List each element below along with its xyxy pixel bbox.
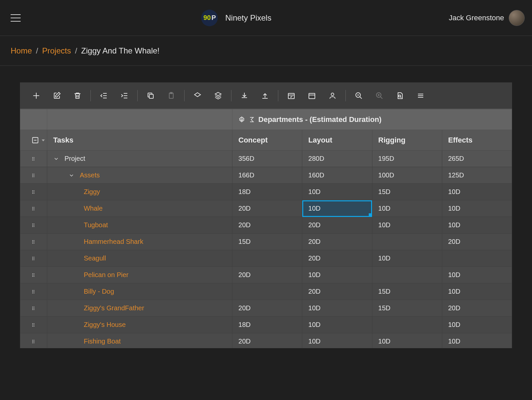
- delete-button[interactable]: [69, 88, 85, 104]
- row-handle[interactable]: ⠿: [20, 184, 47, 200]
- row-handle[interactable]: ⠿: [20, 317, 47, 333]
- task-cell[interactable]: Seagull: [47, 250, 232, 267]
- date-button[interactable]: [283, 88, 299, 104]
- value-cell[interactable]: 20D: [302, 217, 372, 234]
- value-cell[interactable]: 20D: [232, 267, 302, 283]
- user-menu[interactable]: Jack Greenstone: [449, 10, 525, 26]
- value-cell[interactable]: 10D: [442, 317, 512, 333]
- table-scroll[interactable]: Departments - (Estimated Duration) Tasks…: [20, 109, 512, 348]
- task-cell[interactable]: Billy - Dog: [47, 283, 232, 300]
- task-label[interactable]: Billy - Dog: [84, 288, 114, 295]
- indent-button[interactable]: [116, 88, 132, 104]
- value-cell[interactable]: 10D: [302, 333, 372, 349]
- chevron-down-icon[interactable]: [68, 172, 74, 178]
- row-handle[interactable]: ⠿: [20, 217, 47, 234]
- value-cell[interactable]: [372, 317, 442, 333]
- value-cell[interactable]: 160D: [302, 167, 372, 184]
- paste-button[interactable]: [163, 88, 179, 104]
- value-cell[interactable]: 10D: [372, 333, 442, 349]
- value-cell[interactable]: 10D: [302, 317, 372, 333]
- value-cell[interactable]: 10D: [442, 184, 512, 200]
- task-cell[interactable]: Fishing Boat: [47, 333, 232, 349]
- col-effects-header[interactable]: Effects: [442, 130, 512, 150]
- row-handle[interactable]: ⠿: [20, 333, 47, 349]
- value-cell[interactable]: 20D: [232, 300, 302, 317]
- value-cell[interactable]: 15D: [232, 234, 302, 250]
- value-cell[interactable]: 10D: [302, 184, 372, 200]
- value-cell[interactable]: 18D: [232, 317, 302, 333]
- outdent-button[interactable]: [96, 88, 112, 104]
- value-cell[interactable]: 20D: [232, 333, 302, 349]
- value-cell[interactable]: 166D: [232, 167, 302, 184]
- value-cell[interactable]: 10D: [372, 250, 442, 267]
- value-cell[interactable]: [372, 234, 442, 250]
- task-label[interactable]: Tugboat: [84, 221, 108, 229]
- collapse-all-cell[interactable]: [20, 130, 47, 150]
- col-tasks-header[interactable]: Tasks: [47, 130, 232, 150]
- zoom-in-button[interactable]: [371, 88, 387, 104]
- copy-button[interactable]: [143, 88, 159, 104]
- value-cell[interactable]: 20D: [302, 234, 372, 250]
- task-label[interactable]: Hammerhead Shark: [84, 238, 143, 246]
- value-cell[interactable]: [232, 283, 302, 300]
- menu-toggle[interactable]: [7, 11, 24, 25]
- value-cell[interactable]: 10D: [442, 200, 512, 217]
- breadcrumb-home[interactable]: Home: [11, 46, 32, 55]
- value-cell[interactable]: 10D: [302, 300, 372, 317]
- export-button[interactable]: [257, 88, 273, 104]
- layers-button[interactable]: [210, 88, 226, 104]
- value-cell[interactable]: 10D: [302, 200, 372, 217]
- task-label[interactable]: Ziggy's House: [84, 321, 126, 329]
- task-label[interactable]: Seagull: [84, 254, 106, 262]
- task-label[interactable]: Ziggy's GrandFather: [84, 304, 144, 312]
- task-label[interactable]: Ziggy: [84, 188, 100, 196]
- value-cell[interactable]: 10D: [372, 217, 442, 234]
- row-handle[interactable]: ⠿: [20, 200, 47, 217]
- calendar-button[interactable]: [304, 88, 320, 104]
- row-handle[interactable]: ⠿: [20, 267, 47, 283]
- row-handle[interactable]: ⠿: [20, 283, 47, 300]
- edit-button[interactable]: [49, 88, 65, 104]
- import-button[interactable]: [236, 88, 252, 104]
- dept-header[interactable]: Departments - (Estimated Duration): [232, 109, 512, 130]
- value-cell[interactable]: [232, 250, 302, 267]
- value-cell[interactable]: 10D: [442, 217, 512, 234]
- value-cell[interactable]: 20D: [442, 300, 512, 317]
- chevron-down-icon[interactable]: [53, 156, 59, 162]
- add-button[interactable]: [28, 88, 44, 104]
- col-rigging-header[interactable]: Rigging: [372, 130, 442, 150]
- more-button[interactable]: [413, 88, 429, 104]
- task-cell[interactable]: Ziggy's GrandFather: [47, 300, 232, 317]
- task-label[interactable]: Whale: [84, 205, 103, 212]
- value-cell[interactable]: [442, 250, 512, 267]
- row-handle[interactable]: ⠿: [20, 150, 47, 167]
- task-cell[interactable]: Ziggy: [47, 184, 232, 200]
- row-handle[interactable]: ⠿: [20, 234, 47, 250]
- value-cell[interactable]: 265D: [442, 150, 512, 167]
- row-handle[interactable]: ⠿: [20, 250, 47, 267]
- breadcrumb-projects[interactable]: Projects: [42, 46, 71, 55]
- value-cell[interactable]: 10D: [372, 200, 442, 217]
- value-cell[interactable]: 20D: [302, 283, 372, 300]
- value-cell[interactable]: 18D: [232, 184, 302, 200]
- value-cell[interactable]: 20D: [442, 234, 512, 250]
- value-cell[interactable]: 15D: [372, 184, 442, 200]
- layer-button[interactable]: [190, 88, 205, 104]
- value-cell[interactable]: 10D: [302, 267, 372, 283]
- value-cell[interactable]: [372, 267, 442, 283]
- value-cell[interactable]: 10D: [442, 283, 512, 300]
- value-cell[interactable]: 10D: [442, 267, 512, 283]
- row-handle[interactable]: ⠿: [20, 300, 47, 317]
- task-cell[interactable]: Ziggy's House: [47, 317, 232, 333]
- task-label[interactable]: Assets: [80, 171, 100, 179]
- task-cell[interactable]: Whale: [47, 200, 232, 217]
- search-file-button[interactable]: [392, 88, 408, 104]
- task-label[interactable]: Pelican on Pier: [84, 271, 129, 279]
- value-cell[interactable]: 100D: [372, 167, 442, 184]
- col-concept-header[interactable]: Concept: [232, 130, 302, 150]
- task-label[interactable]: Fishing Boat: [84, 338, 121, 345]
- value-cell[interactable]: 10D: [442, 333, 512, 349]
- task-cell[interactable]: Pelican on Pier: [47, 267, 232, 283]
- value-cell[interactable]: 15D: [372, 283, 442, 300]
- task-cell[interactable]: Project: [47, 150, 232, 167]
